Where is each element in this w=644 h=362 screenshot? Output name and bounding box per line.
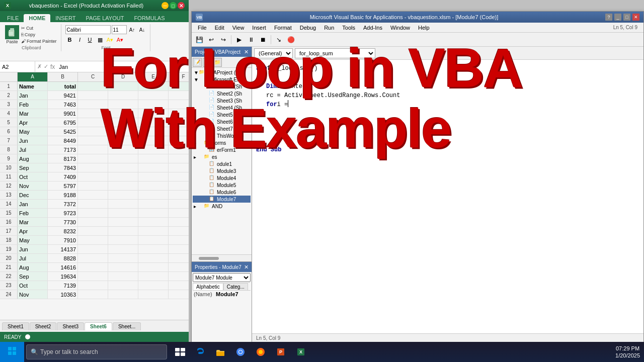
toolbar-redo[interactable]: ↪ [218, 34, 229, 45]
table-cell[interactable] [138, 172, 169, 181]
code-editor[interactable]: Sub for_loop_sum() Dim i As Integer rc =… [252, 60, 643, 333]
table-cell[interactable]: Jun [18, 245, 48, 253]
tree-item[interactable]: 📋Module3 [193, 167, 251, 174]
table-cell[interactable] [108, 272, 138, 281]
table-cell[interactable]: Aug [18, 263, 48, 272]
sheet-tab-1[interactable]: Sheet1 [2, 322, 29, 330]
table-cell[interactable] [169, 191, 189, 199]
table-cell[interactable]: 7372 [48, 200, 78, 208]
table-cell[interactable] [138, 182, 169, 190]
table-cell[interactable]: Nov [18, 290, 48, 299]
table-cell[interactable]: May [18, 127, 48, 136]
table-cell[interactable] [169, 227, 189, 235]
table-cell[interactable] [108, 254, 138, 262]
table-cell[interactable]: 8173 [48, 154, 78, 163]
menu-addins[interactable]: Add-Ins [359, 24, 386, 32]
explorer-icon[interactable] [211, 343, 229, 361]
tree-item[interactable]: 📄Sheet1 (Sh [193, 83, 251, 90]
table-cell[interactable]: Oct [18, 281, 48, 290]
project-h-scroll[interactable] [192, 254, 252, 261]
table-cell[interactable] [138, 163, 169, 172]
table-cell[interactable] [169, 100, 189, 109]
table-cell[interactable] [169, 91, 189, 100]
table-cell[interactable] [78, 290, 108, 299]
table-cell[interactable]: Jan [18, 91, 48, 100]
tree-item[interactable]: 📋odule1 [193, 160, 251, 167]
table-cell[interactable] [78, 154, 108, 163]
table-cell[interactable] [108, 100, 138, 109]
table-cell[interactable] [138, 109, 169, 118]
vba-help-btn[interactable]: ? [605, 14, 612, 21]
col-header-e[interactable]: E [138, 72, 169, 81]
table-cell[interactable]: Name [18, 82, 48, 90]
table-cell[interactable]: Feb [18, 209, 48, 217]
project-view-object-btn[interactable]: 🪟 [203, 58, 212, 67]
table-cell[interactable]: Apr [18, 227, 48, 235]
table-cell[interactable]: 7910 [48, 236, 78, 244]
table-cell[interactable]: Nov [18, 182, 48, 190]
col-header-a[interactable]: A [18, 72, 48, 81]
paste-button[interactable]: Paste [5, 25, 19, 44]
table-cell[interactable]: Jul [18, 145, 48, 154]
tree-item[interactable]: 📋Module4 [193, 174, 251, 182]
table-cell[interactable] [138, 136, 169, 145]
table-cell[interactable]: 8232 [48, 227, 78, 235]
table-cell[interactable] [169, 272, 189, 281]
table-cell[interactable] [138, 236, 169, 244]
toolbar-pause[interactable]: ⏸ [246, 34, 257, 45]
tab-file[interactable]: FILE [2, 14, 24, 22]
menu-tools[interactable]: Tools [338, 24, 359, 32]
menu-format[interactable]: Format [270, 24, 296, 32]
table-cell[interactable] [78, 263, 108, 272]
table-cell[interactable] [108, 91, 138, 100]
edge-icon[interactable] [191, 343, 209, 361]
table-cell[interactable] [138, 91, 169, 100]
table-cell[interactable] [78, 209, 108, 217]
table-cell[interactable] [78, 236, 108, 244]
table-cell[interactable] [169, 209, 189, 217]
table-cell[interactable]: 9723 [48, 209, 78, 217]
table-cell[interactable] [108, 127, 138, 136]
code-dropdown-left[interactable]: (General) [254, 48, 293, 58]
excel-maximize-btn[interactable]: □ [170, 2, 177, 9]
firefox-icon[interactable] [252, 343, 270, 361]
table-cell[interactable] [138, 209, 169, 217]
table-cell[interactable] [138, 154, 169, 163]
tree-item[interactable]: 📄Sheet7 (Sh [193, 125, 251, 132]
toolbar-stop[interactable]: ⏹ [258, 34, 269, 45]
font-name-input[interactable] [65, 25, 111, 34]
table-cell[interactable] [169, 154, 189, 163]
table-cell[interactable] [108, 218, 138, 226]
bold-btn[interactable]: B [65, 35, 74, 44]
table-cell[interactable]: 8449 [48, 136, 78, 145]
table-cell[interactable] [169, 218, 189, 226]
table-cell[interactable] [169, 254, 189, 262]
vba-minimize-btn[interactable]: _ [614, 14, 621, 21]
table-cell[interactable]: 7173 [48, 145, 78, 154]
table-cell[interactable] [169, 200, 189, 208]
table-cell[interactable]: 7139 [48, 281, 78, 290]
table-cell[interactable] [138, 118, 169, 127]
table-cell[interactable] [169, 245, 189, 253]
tab-page-layout[interactable]: PAGE LAYOUT [80, 14, 129, 22]
table-cell[interactable] [78, 218, 108, 226]
table-cell[interactable]: 9421 [48, 91, 78, 100]
table-cell[interactable] [108, 172, 138, 181]
table-cell[interactable]: Mar [18, 109, 48, 118]
chrome-icon[interactable] [231, 343, 250, 361]
table-cell[interactable] [138, 272, 169, 281]
project-toggle-folders-btn[interactable]: 📁 [213, 58, 222, 67]
tree-item[interactable]: 📄Sheet2 (Sh [193, 90, 251, 97]
font-color-btn[interactable]: A▾ [116, 35, 125, 44]
tab-insert[interactable]: INSERT [50, 14, 80, 22]
taskbar-search[interactable]: 🔍 Type or talk to search [26, 344, 167, 359]
fill-color-btn[interactable]: A▾ [106, 35, 115, 44]
table-cell[interactable] [138, 245, 169, 253]
table-cell[interactable] [169, 290, 189, 299]
table-cell[interactable] [78, 182, 108, 190]
excel-close-btn[interactable]: ✕ [178, 2, 185, 9]
table-cell[interactable]: Jun [18, 136, 48, 145]
table-cell[interactable] [108, 209, 138, 217]
table-cell[interactable] [108, 163, 138, 172]
table-cell[interactable] [108, 145, 138, 154]
